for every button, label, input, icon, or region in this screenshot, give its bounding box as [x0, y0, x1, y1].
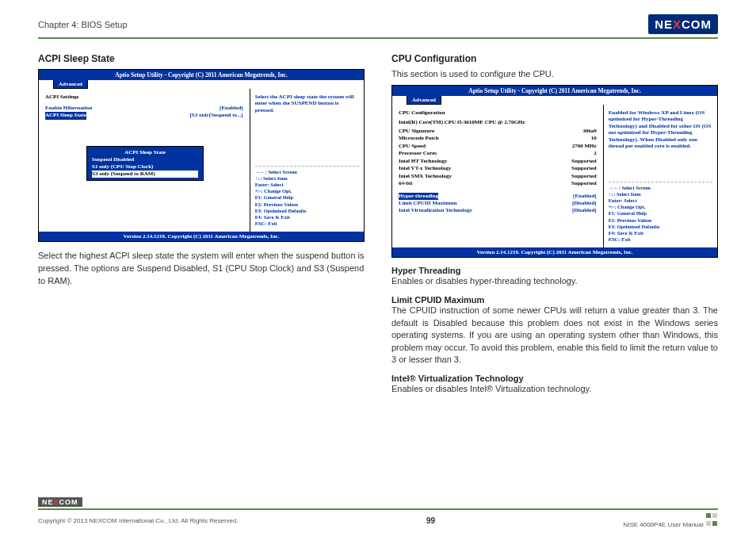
bios-help-text: Enabled for Windows XP and Linux (OS opt… — [609, 109, 712, 149]
page-header: Chapter 4: BIOS Setup NEXCOM — [38, 14, 718, 39]
bios-legend: →←: Select Screen↑↓: Select ItemEnter: S… — [609, 182, 712, 243]
brand-logo: NEXCOM — [648, 14, 718, 34]
footer-manual: NISE 4000P4E User Manual — [623, 521, 703, 528]
bios-legend: →←: Select Screen↑↓: Select ItemEnter: S… — [255, 166, 359, 227]
bios-option-row: Enable Hibernation[Enabled] — [45, 105, 243, 112]
bios-heading: ACPI Settings — [45, 94, 243, 100]
bios-popup: ACPI Sleep State Suspend Disabled S1 onl… — [86, 146, 204, 181]
cpu-info-line: Intel(R) Core(TM) CPU i5-3610ME CPU @ 2.… — [399, 119, 597, 125]
page-number: 99 — [426, 516, 435, 525]
popup-title: ACPI Sleep State — [92, 149, 198, 156]
cpu-info-row: Microcode Patch10 — [399, 135, 597, 142]
section-title-cpu: CPU Configuration — [391, 53, 718, 64]
cpu-info-row: CPU Speed2700 MHz — [399, 143, 597, 150]
bios-title-bar: Aptio Setup Utility - Copyright (C) 2011… — [39, 70, 364, 80]
cpu-info-row: Processor Cores2 — [399, 150, 597, 157]
popup-option-selected: S3 only (Suspend to RAM) — [92, 171, 198, 178]
page-footer: NEXCOM Copyright © 2013 NEXCOM Internati… — [0, 493, 756, 528]
vt-heading: Intel® Virtualization Technology — [391, 374, 718, 383]
vt-text: Enables or disables Intel® Virtualizatio… — [391, 383, 718, 395]
footer-copyright: Copyright © 2013 NEXCOM International Co… — [38, 517, 239, 524]
limit-cpuid-text: The CPUID instruction of some newer CPUs… — [391, 305, 718, 366]
section-sub-cpu: This section is used to configure the CP… — [391, 69, 718, 79]
popup-option: Suspend Disabled — [92, 156, 198, 163]
bios-help-text: Select the ACPI sleep state the system w… — [255, 94, 359, 113]
cpu-info-row: 64-bitSupported — [399, 180, 597, 187]
bios-footer: Version 2.14.1219. Copyright (C) 2011 Am… — [392, 247, 717, 257]
cpu-opt-row: Hyper-threading[Enabled] — [399, 193, 597, 200]
footer-grid-icon — [705, 512, 718, 522]
bios-screenshot-acpi: Aptio Setup Utility - Copyright (C) 2011… — [38, 69, 365, 242]
cpu-info-row: Intel HT TechnologySupported — [399, 158, 597, 165]
hyper-threading-text: Enables or disables hyper-threading tech… — [391, 275, 718, 287]
limit-cpuid-heading: Limit CPUID Maximum — [391, 295, 718, 305]
bios-footer: Version 2.14.1219. Copyright (C) 2011 Am… — [39, 232, 364, 241]
cpu-info-row: Intel VT-x TechnologySupported — [399, 165, 597, 172]
footer-logo: NEXCOM — [38, 497, 82, 507]
acpi-description: Select the highest ACPI sleep state the … — [38, 250, 365, 288]
bios-tab-advanced: Advanced — [53, 80, 88, 89]
cpu-info-row: Intel SMX TechnologySupported — [399, 173, 597, 180]
cpu-opt-row: Intel Virtualization Technology[Disabled… — [399, 207, 597, 214]
bios-heading: CPU Configuration — [399, 109, 597, 116]
section-title-acpi: ACPI Sleep State — [38, 53, 365, 64]
popup-option: S1 only (CPU Stop Clock) — [92, 163, 198, 171]
cpu-opt-row: Limit CPUID Maximum[Disabled] — [399, 200, 597, 207]
chapter-title: Chapter 4: BIOS Setup — [38, 20, 128, 29]
bios-screenshot-cpu: Aptio Setup Utility - Copyright (C) 2011… — [391, 85, 718, 258]
bios-title-bar: Aptio Setup Utility - Copyright (C) 2011… — [392, 86, 717, 96]
bios-option-row: ACPI Sleep State[S3 only(Suspend to...] — [45, 112, 243, 119]
bios-tab-advanced: Advanced — [407, 96, 441, 105]
hyper-threading-heading: Hyper Threading — [391, 266, 718, 275]
cpu-info-row: CPU Signature306a9 — [399, 128, 597, 135]
